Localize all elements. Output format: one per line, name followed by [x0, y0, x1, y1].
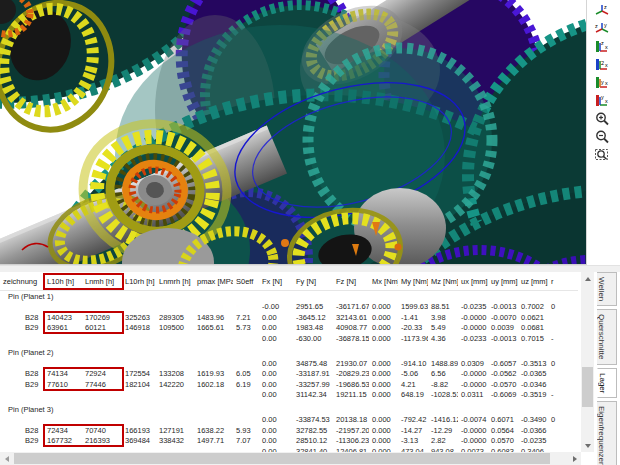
column-header[interactable]: L10rh [h] [122, 277, 156, 286]
table-row[interactable]: -0.002951.65-36171.670.0001599.6388.51-0… [0, 302, 578, 313]
cell: -11306.23 [333, 436, 369, 445]
column-header[interactable]: pmax [MPa] [194, 277, 233, 286]
cell: 0.00 [259, 390, 293, 399]
cell: 0.0309 [458, 359, 488, 368]
cell: -0.0000 [458, 426, 488, 435]
table-row[interactable]: B281404231702693252632893051483.967.210.… [0, 312, 578, 323]
cell: -14.27 [398, 426, 428, 435]
scroll-down-button[interactable] [581, 439, 594, 452]
3d-viewport[interactable] [0, 0, 587, 265]
gearbox-3d-render [0, 0, 586, 264]
svg-text:z: z [604, 4, 607, 10]
cell: 170269 [82, 313, 122, 322]
row-label: B28 [0, 426, 44, 435]
column-header[interactable]: r [548, 277, 578, 286]
column-header[interactable]: Mz [Nm] [428, 277, 458, 286]
cell: 369484 [122, 436, 156, 445]
view-plane-yx-icon[interactable]: yx [591, 74, 613, 91]
cell: -1416.12 [428, 415, 458, 424]
zoom-window-icon[interactable] [591, 146, 613, 163]
cell: -0.00 [259, 302, 293, 311]
table-row[interactable]: B291677322163933694843384321497.717.070.… [0, 436, 578, 447]
row-label: B29 [0, 380, 44, 389]
table-row[interactable]: 0.0031142.3419211.150.000648.19-1028.530… [0, 390, 578, 401]
scroll-right-button[interactable] [568, 452, 581, 465]
cell: 6.05 [233, 369, 259, 378]
cell: 167732 [44, 436, 82, 445]
cell: -0.0000 [458, 369, 488, 378]
cell: -33874.53 [293, 415, 333, 424]
table-body: Pin (Planet 1)-0.002951.65-36171.670.000… [0, 291, 578, 452]
column-header[interactable]: L10h [h] [44, 277, 82, 286]
table-row[interactable]: B2874134729241725541332081619.936.050.00… [0, 369, 578, 380]
column-header[interactable]: Lnmh [h] [82, 277, 122, 286]
table-vertical-scrollbar[interactable] [581, 272, 594, 452]
cell: 6.19 [233, 380, 259, 389]
scroll-up-button[interactable] [581, 272, 594, 285]
cell: 0 [548, 359, 578, 368]
column-header[interactable]: Fz [N] [333, 277, 369, 286]
application-window: z zy zx 2x yx yx [0, 0, 620, 465]
cell: 21930.07 [333, 359, 369, 368]
zoom-in-icon[interactable] [591, 110, 613, 127]
group-row[interactable]: Pin (Planet 3) [0, 404, 578, 415]
cell: - [548, 334, 578, 343]
table-row[interactable]: B2872434707401661931271911638.225.930.00… [0, 425, 578, 436]
cell: -0.0570 [488, 380, 518, 389]
tab-wellen[interactable]: Wellen [597, 272, 617, 306]
cell: 1488.89 [428, 359, 458, 368]
cell: -0.0562 [488, 369, 518, 378]
view-isometric-2-icon[interactable]: zy [591, 20, 613, 37]
view-plane-yx2-icon[interactable]: yx [591, 92, 613, 109]
tab-eigenfrequenzen[interactable]: Eigenfrequenzen [597, 401, 617, 465]
cell: 2951.65 [293, 302, 333, 311]
cell: 2.82 [428, 436, 458, 445]
view-isometric-1-icon[interactable]: z [591, 2, 613, 19]
table-horizontal-scrollbar[interactable] [0, 452, 581, 465]
column-header[interactable]: Lnmrh [h] [156, 277, 194, 286]
horizontal-scroll-thumb[interactable] [14, 453, 550, 464]
cell: -0.0366 [518, 426, 548, 435]
cell: -0.0074 [458, 415, 488, 424]
group-row[interactable]: Pin (Planet 2) [0, 348, 578, 359]
column-header[interactable]: Fx [N] [259, 277, 293, 286]
zoom-out-icon[interactable] [591, 128, 613, 145]
cell: -0.3513 [518, 359, 548, 368]
group-label: Pin (Planet 1) [0, 292, 53, 301]
cell: -0.0365 [518, 369, 548, 378]
cell: 0.000 [369, 380, 398, 389]
column-header[interactable]: Fy [N] [293, 277, 333, 286]
tab-lager[interactable]: Lager [597, 368, 617, 398]
column-header[interactable]: My [Nm] [398, 277, 428, 286]
column-header[interactable]: zeichnung [0, 277, 44, 286]
cell: 0.000 [369, 369, 398, 378]
column-header[interactable]: ux [mm] [458, 277, 488, 286]
panel-divider[interactable] [0, 265, 620, 272]
cell: 5.73 [233, 323, 259, 332]
vertical-scroll-thumb[interactable] [582, 367, 593, 407]
group-row[interactable]: Pin (Planet 1) [0, 291, 578, 302]
view-plane-zx-icon[interactable]: zx [591, 38, 613, 55]
column-header[interactable]: uz [mm] [518, 277, 548, 286]
table-row[interactable]: 0.00-33874.5320138.180.000-792.42-1416.1… [0, 415, 578, 426]
scroll-left-button[interactable] [0, 452, 13, 465]
cell: -0.3490 [518, 415, 548, 424]
cell: 0.000 [369, 313, 398, 322]
view-toolbar: z zy zx 2x yx yx [587, 0, 620, 265]
cell: -1.41 [398, 313, 428, 322]
table-row[interactable]: 0.00-630.00-36878.150.000-1173.964.36-0.… [0, 333, 578, 344]
column-header[interactable]: S0eff [233, 277, 259, 286]
table-row[interactable]: 0.0034875.4821930.070.000-914.101488.890… [0, 358, 578, 369]
cell: 7.07 [233, 436, 259, 445]
cell: 19211.15 [333, 390, 369, 399]
view-plane-zx2-icon[interactable]: 2x [591, 56, 613, 73]
table-row[interactable]: B2977610774461821041422201602.186.190.00… [0, 379, 578, 390]
column-header[interactable]: uy [mm] [488, 277, 518, 286]
table-row[interactable]: B2963961601211469181095001665.615.730.00… [0, 323, 578, 334]
cell: -20.33 [398, 323, 428, 332]
row-label: B29 [0, 436, 44, 445]
row-label: B28 [0, 313, 44, 322]
column-header[interactable]: Mx [Nm] [369, 277, 398, 286]
tab-querschnitte[interactable]: Querschnitte [597, 309, 617, 364]
cell: - [548, 390, 578, 399]
